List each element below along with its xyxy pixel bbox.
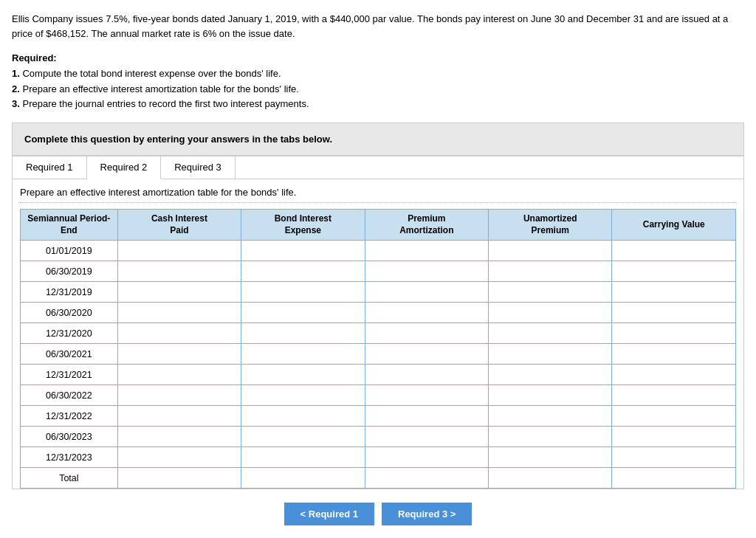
unamortized-cell[interactable] xyxy=(489,365,612,385)
premium-amort-input[interactable] xyxy=(365,385,488,405)
cash-interest-input[interactable] xyxy=(118,282,241,302)
unamortized-cell[interactable] xyxy=(489,427,612,447)
bond-interest-input[interactable] xyxy=(241,365,364,384)
carrying-input[interactable] xyxy=(612,282,735,302)
premium-amort-cell[interactable] xyxy=(365,427,488,447)
bond-interest-input[interactable] xyxy=(241,468,364,488)
premium-amort-cell[interactable] xyxy=(365,365,488,385)
premium-amort-input[interactable] xyxy=(365,303,488,323)
cash-interest-input[interactable] xyxy=(118,385,241,405)
premium-amort-cell[interactable] xyxy=(365,385,488,406)
cash-interest-input[interactable] xyxy=(118,344,241,364)
premium-amort-input[interactable] xyxy=(365,365,488,384)
unamortized-input[interactable] xyxy=(489,385,611,405)
next-button[interactable]: Required 3 > xyxy=(382,503,472,525)
premium-amort-cell[interactable] xyxy=(365,282,488,303)
carrying-input[interactable] xyxy=(612,406,735,426)
premium-amort-cell[interactable] xyxy=(365,406,488,427)
cash-interest-cell[interactable] xyxy=(117,365,241,385)
unamortized-cell[interactable] xyxy=(489,344,612,365)
bond-interest-cell[interactable] xyxy=(241,365,365,385)
premium-amort-cell[interactable] xyxy=(365,323,488,344)
unamortized-cell[interactable] xyxy=(489,261,612,282)
premium-amort-cell[interactable] xyxy=(365,344,488,365)
carrying-input[interactable] xyxy=(612,427,735,446)
carrying-input[interactable] xyxy=(612,447,735,467)
cash-interest-cell[interactable] xyxy=(117,447,241,468)
bond-interest-cell[interactable] xyxy=(241,385,365,406)
premium-amort-input[interactable] xyxy=(365,323,488,343)
carrying-cell[interactable] xyxy=(612,303,736,323)
carrying-cell[interactable] xyxy=(612,406,736,427)
carrying-cell[interactable] xyxy=(612,323,736,344)
carrying-cell[interactable] xyxy=(612,447,736,468)
unamortized-input[interactable] xyxy=(489,323,611,343)
unamortized-input[interactable] xyxy=(489,303,611,323)
bond-interest-input[interactable] xyxy=(241,282,364,302)
unamortized-input[interactable] xyxy=(489,282,611,302)
cash-interest-input[interactable] xyxy=(118,447,241,467)
unamortized-input[interactable] xyxy=(489,406,611,426)
bond-interest-input[interactable] xyxy=(241,261,364,281)
premium-amort-cell[interactable] xyxy=(365,261,488,282)
bond-interest-input[interactable] xyxy=(241,323,364,343)
unamortized-cell[interactable] xyxy=(489,282,612,303)
premium-amort-cell[interactable] xyxy=(365,468,488,489)
cash-interest-cell[interactable] xyxy=(117,344,241,365)
premium-amort-input[interactable] xyxy=(365,427,488,446)
cash-interest-cell[interactable] xyxy=(117,406,241,427)
premium-amort-input[interactable] xyxy=(365,344,488,364)
bond-interest-cell[interactable] xyxy=(241,406,365,427)
unamortized-input[interactable] xyxy=(489,344,611,364)
cash-interest-cell[interactable] xyxy=(117,385,241,406)
cash-interest-input[interactable] xyxy=(118,261,241,281)
cash-interest-input[interactable] xyxy=(118,406,241,426)
bond-interest-cell[interactable] xyxy=(241,468,365,489)
carrying-cell[interactable] xyxy=(612,261,736,282)
tab-required3[interactable]: Required 3 xyxy=(161,156,236,179)
bond-interest-cell[interactable] xyxy=(241,323,365,344)
carrying-cell[interactable] xyxy=(612,385,736,406)
unamortized-cell[interactable] xyxy=(489,303,612,323)
bond-interest-cell[interactable] xyxy=(241,344,365,365)
bond-interest-input[interactable] xyxy=(241,385,364,405)
carrying-cell[interactable] xyxy=(612,427,736,447)
carrying-input[interactable] xyxy=(612,303,735,323)
unamortized-input[interactable] xyxy=(489,468,611,488)
unamortized-cell[interactable] xyxy=(489,406,612,427)
bond-interest-input[interactable] xyxy=(241,344,364,364)
cash-interest-input[interactable] xyxy=(118,323,241,343)
bond-interest-cell[interactable] xyxy=(241,282,365,303)
bond-interest-input[interactable] xyxy=(241,447,364,467)
cash-interest-input[interactable] xyxy=(118,365,241,384)
prev-button[interactable]: < Required 1 xyxy=(284,503,374,525)
unamortized-cell[interactable] xyxy=(489,323,612,344)
cash-interest-input[interactable] xyxy=(118,468,241,488)
cash-interest-input[interactable] xyxy=(118,427,241,446)
carrying-cell[interactable] xyxy=(612,468,736,489)
carrying-input[interactable] xyxy=(612,261,735,281)
unamortized-input[interactable] xyxy=(489,427,611,446)
unamortized-input[interactable] xyxy=(489,365,611,384)
cash-interest-input[interactable] xyxy=(118,303,241,323)
carrying-input[interactable] xyxy=(612,365,735,384)
cash-interest-cell[interactable] xyxy=(117,323,241,344)
bond-interest-input[interactable] xyxy=(241,303,364,323)
cash-interest-cell[interactable] xyxy=(117,427,241,447)
carrying-input[interactable] xyxy=(612,323,735,343)
premium-amort-input[interactable] xyxy=(365,468,488,488)
carrying-input[interactable] xyxy=(612,344,735,364)
bond-interest-cell[interactable] xyxy=(241,261,365,282)
unamortized-cell[interactable] xyxy=(489,468,612,489)
premium-amort-input[interactable] xyxy=(365,447,488,467)
premium-amort-cell[interactable] xyxy=(365,447,488,468)
bond-interest-cell[interactable] xyxy=(241,447,365,468)
bond-interest-input[interactable] xyxy=(241,427,364,446)
cash-interest-cell[interactable] xyxy=(117,303,241,323)
premium-amort-input[interactable] xyxy=(365,406,488,426)
unamortized-input[interactable] xyxy=(489,261,611,281)
cash-interest-cell[interactable] xyxy=(117,261,241,282)
carrying-cell[interactable] xyxy=(612,365,736,385)
premium-amort-input[interactable] xyxy=(365,261,488,281)
bond-interest-cell[interactable] xyxy=(241,303,365,323)
